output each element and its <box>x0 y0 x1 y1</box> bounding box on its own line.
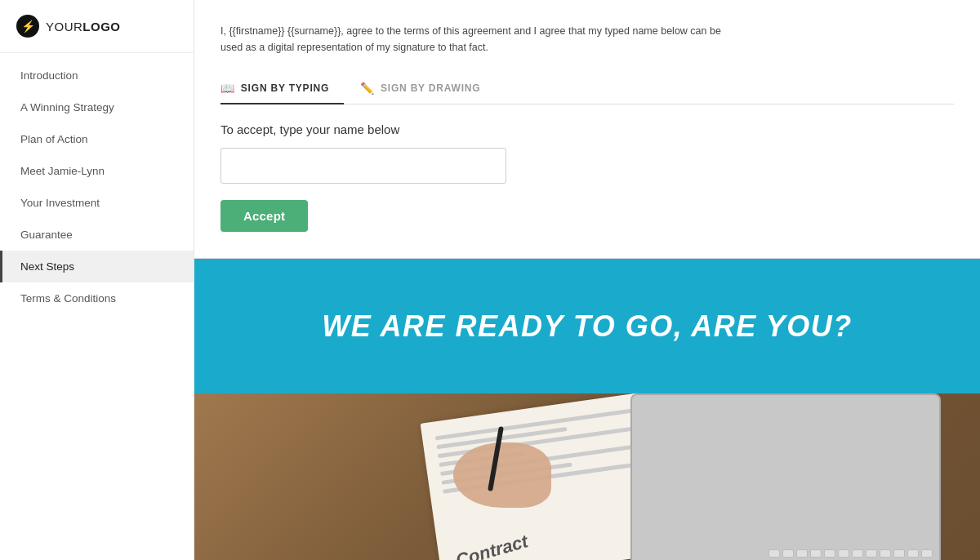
key <box>810 549 822 558</box>
key <box>866 549 877 558</box>
key <box>796 549 808 558</box>
name-input[interactable] <box>220 148 506 184</box>
sidebar-item-your-investment[interactable]: Your Investment <box>0 187 194 219</box>
signature-tabs: 📖 SIGN BY TYPING ✏️ SIGN BY DRAWING <box>220 73 954 104</box>
sidebar-item-terms-conditions[interactable]: Terms & Conditions <box>0 282 194 314</box>
contract-word: Contract <box>453 531 530 560</box>
lightning-icon: ⚡ <box>21 20 35 33</box>
key <box>852 549 863 558</box>
key <box>921 549 933 558</box>
sidebar-item-next-steps[interactable]: Next Steps <box>0 251 194 282</box>
logo-area: ⚡ YOURLOGO <box>0 0 194 53</box>
hand-overlay <box>453 442 551 508</box>
logo-text: YOURLOGO <box>46 20 121 33</box>
cta-text: WE ARE READY TO GO, ARE YOU? <box>322 309 852 344</box>
logo-logo: LOGO <box>82 20 120 33</box>
sidebar-item-plan-of-action[interactable]: Plan of Action <box>0 123 194 155</box>
key <box>880 549 891 558</box>
pen-icon: ✏️ <box>360 82 375 95</box>
sidebar-item-guarantee[interactable]: Guarantee <box>0 219 194 251</box>
tab-sign-typing[interactable]: 📖 SIGN BY TYPING <box>220 73 344 104</box>
image-area: Contract <box>194 393 980 560</box>
key <box>782 549 794 558</box>
key <box>824 549 835 558</box>
accept-button[interactable]: Accept <box>220 200 308 232</box>
key <box>893 549 905 558</box>
laptop-keyboard <box>768 549 933 560</box>
sidebar-item-a-winning-strategy[interactable]: A Winning Strategy <box>0 91 194 123</box>
signature-card: I, {{firstname}} {{surname}}, agree to t… <box>194 0 980 259</box>
laptop-prop <box>630 393 941 560</box>
sidebar-item-meet-jamie-lynn[interactable]: Meet Jamie-Lynn <box>0 155 194 187</box>
agreement-text: I, {{firstname}} {{surname}}, agree to t… <box>220 23 727 56</box>
key <box>768 549 780 558</box>
logo-your: YOUR <box>46 20 82 33</box>
cta-band: WE ARE READY TO GO, ARE YOU? <box>194 259 980 393</box>
logo-icon: ⚡ <box>16 15 39 38</box>
main-content: I, {{firstname}} {{surname}}, agree to t… <box>194 0 980 560</box>
tab-sign-typing-label: SIGN BY TYPING <box>241 82 329 94</box>
sidebar-item-introduction[interactable]: Introduction <box>0 60 194 91</box>
sidebar-nav: IntroductionA Winning StrategyPlan of Ac… <box>0 53 194 314</box>
accept-label: To accept, type your name below <box>220 122 954 136</box>
key <box>838 549 849 558</box>
key <box>907 549 919 558</box>
tab-sign-drawing-label: SIGN BY DRAWING <box>381 82 480 94</box>
book-icon: 📖 <box>220 82 235 95</box>
sidebar: ⚡ YOURLOGO IntroductionA Winning Strateg… <box>0 0 194 560</box>
tab-sign-drawing[interactable]: ✏️ SIGN BY DRAWING <box>360 73 495 104</box>
